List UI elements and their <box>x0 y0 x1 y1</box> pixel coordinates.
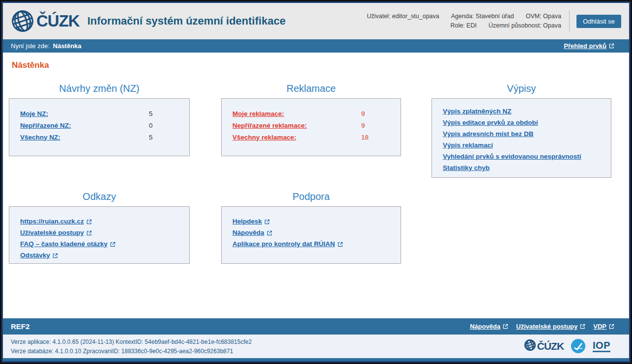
vypis-editace-prvku-link[interactable]: Výpis editace prvků za období <box>443 119 538 126</box>
napoveda-link[interactable]: Nápověda <box>232 229 264 236</box>
panel-odkazy: Odkazy https://ruian.cuzk.cz Uživatelské… <box>9 191 190 264</box>
footer-logos: ČÚZK ess IOP <box>523 338 610 354</box>
list-item: Nepřiřazené NZ: 0 <box>20 119 179 131</box>
footer-links: Nápověda Uživatelské postupy VDP <box>470 323 614 330</box>
logout-button[interactable]: Odhlásit se <box>576 15 621 28</box>
panel-vypisy: Výpisy Výpis zplatněných NZ Výpis editac… <box>431 83 611 178</box>
neprirazene-reklamace-link[interactable]: Nepřiřazené reklamace: <box>232 122 307 129</box>
external-link-icon <box>86 218 92 226</box>
user-info-row-2: Role: EDI Územní působnost: Opava <box>450 21 561 30</box>
external-link-icon <box>264 218 270 226</box>
list-item: Moje NZ: 5 <box>20 108 179 119</box>
uzivatelske-postupy-link[interactable]: Uživatelské postupy <box>20 229 84 236</box>
external-link-icon <box>503 323 508 331</box>
list-item: Výpis zplatněných NZ <box>443 106 601 117</box>
vsechny-reklamace-link[interactable]: Všechny reklamace: <box>232 134 296 141</box>
footer-cuzk-logo-text: ČÚZK <box>537 340 564 352</box>
vsechny-nz-count: 5 <box>149 134 153 141</box>
ness-logo: ess <box>571 339 585 353</box>
moje-nz-link[interactable]: Moje NZ: <box>20 110 48 117</box>
agenda-item: Agenda: Stavební úřad <box>451 12 514 21</box>
list-item: Výpis editace prvků za období <box>443 117 601 128</box>
external-link-icon <box>609 43 614 50</box>
vypis-adresnich-mist-link[interactable]: Výpis adresních míst bez DB <box>443 130 534 138</box>
list-item: Nepřiřazené reklamace: 9 <box>232 119 391 131</box>
header: ČÚZK Informační systém územní identifika… <box>3 3 629 39</box>
faq-link[interactable]: FAQ – často kladené otázky <box>20 240 108 248</box>
list-item: Výpis reklamací <box>443 140 601 151</box>
breadcrumb-prefix: Nyní jste zde: <box>11 42 50 50</box>
panel-heading-navrhy: Návrhy změn (NZ) <box>9 83 190 94</box>
statistiky-chyb-link[interactable]: Statistiky chyb <box>443 164 489 171</box>
list-item: Aplikace pro kontroly dat RÚIAN <box>232 238 391 250</box>
panel-heading-odkazy: Odkazy <box>9 191 190 202</box>
list-item: Vyhledání prvků s evidovanou nesprávnost… <box>443 151 601 162</box>
ruian-url-link[interactable]: https://ruian.cuzk.cz <box>20 218 84 225</box>
neprirazene-nz-count: 0 <box>149 122 153 129</box>
globe-icon <box>10 8 35 34</box>
footer-cuzk-logo: ČÚZK <box>523 338 564 354</box>
footer-bar: REF2 Nápověda Uživatelské postupy VDP <box>3 318 629 335</box>
app-window-inner: ČÚZK Informační systém územní identifika… <box>1 1 631 363</box>
page-title: Nástěnka <box>12 60 629 70</box>
neprirazene-reklamace-count: 9 <box>361 122 365 129</box>
external-link-icon <box>338 240 343 249</box>
panel-reklamace: Reklamace Moje reklamace: 9 Nepřiřazené … <box>221 83 401 156</box>
footer-napoveda-link[interactable]: Nápověda <box>470 323 500 330</box>
app-title: Informační systém územní identifikace <box>87 15 286 28</box>
external-link-icon <box>53 252 58 260</box>
footer-vdp-link[interactable]: VDP <box>593 323 606 330</box>
list-item: Helpdesk <box>232 216 391 227</box>
panel-box-podpora: Helpdesk Nápověda Aplikace pro kontroly … <box>221 206 401 264</box>
moje-nz-count: 5 <box>149 110 153 117</box>
external-link-icon <box>110 240 115 249</box>
panel-heading-vypisy: Výpisy <box>431 83 611 94</box>
panel-box-odkazy: https://ruian.cuzk.cz Uživatelské postup… <box>9 206 190 264</box>
panel-box-vypisy: Výpis zplatněných NZ Výpis editace prvků… <box>431 98 611 178</box>
list-item: Uživatelské postupy <box>20 227 179 238</box>
panels-row-2: Odkazy https://ruian.cuzk.cz Uživatelské… <box>9 191 629 264</box>
role-item: Role: EDI <box>450 21 477 30</box>
ref2-label: REF2 <box>11 322 29 331</box>
iop-link[interactable]: IOP <box>593 340 610 352</box>
panel-podpora: Podpora Helpdesk Nápověda <box>221 191 401 264</box>
panels-row-1: Návrhy změn (NZ) Moje NZ: 5 Nepřiřazené … <box>9 83 629 178</box>
main-content: Nástěnka Návrhy změn (NZ) Moje NZ: 5 Nep… <box>3 53 629 318</box>
neprirazene-nz-link[interactable]: Nepřiřazené NZ: <box>20 122 71 129</box>
footer-uzivatelske-postupy-link[interactable]: Uživatelské postupy <box>516 323 577 330</box>
ovm-item: OVM: Opava <box>526 12 561 21</box>
ness-logo-text: ess <box>578 346 583 349</box>
list-item: Všechny NZ: 5 <box>20 131 179 143</box>
prehled-prvku-link[interactable]: Přehled prvků <box>564 42 606 50</box>
external-link-icon <box>267 229 272 238</box>
list-item: Všechny reklamace: 18 <box>232 131 391 143</box>
list-item: Odstávky <box>20 250 179 261</box>
bottom-strip <box>3 358 629 361</box>
list-item: Nápověda <box>232 227 391 238</box>
helpdesk-link[interactable]: Helpdesk <box>232 218 262 225</box>
panel-navrhy-zmen: Návrhy změn (NZ) Moje NZ: 5 Nepřiřazené … <box>9 83 190 156</box>
panel-box-reklamace: Moje reklamace: 9 Nepřiřazené reklamace:… <box>221 98 401 156</box>
vypis-reklamaci-link[interactable]: Výpis reklamací <box>443 141 493 149</box>
odstavky-link[interactable]: Odstávky <box>20 252 50 259</box>
vsechny-nz-link[interactable]: Všechny NZ: <box>20 134 60 141</box>
moje-reklamace-count: 9 <box>361 110 365 117</box>
list-item: Statistiky chyb <box>443 162 601 173</box>
panel-heading-reklamace: Reklamace <box>221 83 401 94</box>
external-link-icon <box>86 229 92 238</box>
footer-info: Verze aplikace: 4.1.0.0.65 (2024-11-13) … <box>3 335 629 358</box>
panel-box-navrhy: Moje NZ: 5 Nepřiřazené NZ: 0 Všechny NZ:… <box>9 98 190 156</box>
vyhledani-prvku-nespravnost-link[interactable]: Vyhledání prvků s evidovanou nesprávnost… <box>443 153 581 160</box>
globe-icon <box>523 338 537 354</box>
cuzk-logo-text: ČÚZK <box>36 12 80 30</box>
breadcrumb-bar: Nyní jste zde: Nástěnka Přehled prvků <box>3 39 629 53</box>
list-item: Výpis adresních míst bez DB <box>443 128 601 140</box>
aplikace-kontroly-ruian-link[interactable]: Aplikace pro kontroly dat RÚIAN <box>232 240 335 248</box>
moje-reklamace-link[interactable]: Moje reklamace: <box>232 110 284 117</box>
vsechny-reklamace-count: 18 <box>361 134 369 141</box>
user-item: Uživatel: editor_stu_opava <box>367 12 439 21</box>
list-item: Moje reklamace: 9 <box>232 108 391 119</box>
external-link-icon <box>609 323 614 331</box>
user-info: Uživatel: editor_stu_opava Agenda: Stave… <box>367 12 561 30</box>
vypis-zplatnenych-nz-link[interactable]: Výpis zplatněných NZ <box>443 108 512 115</box>
